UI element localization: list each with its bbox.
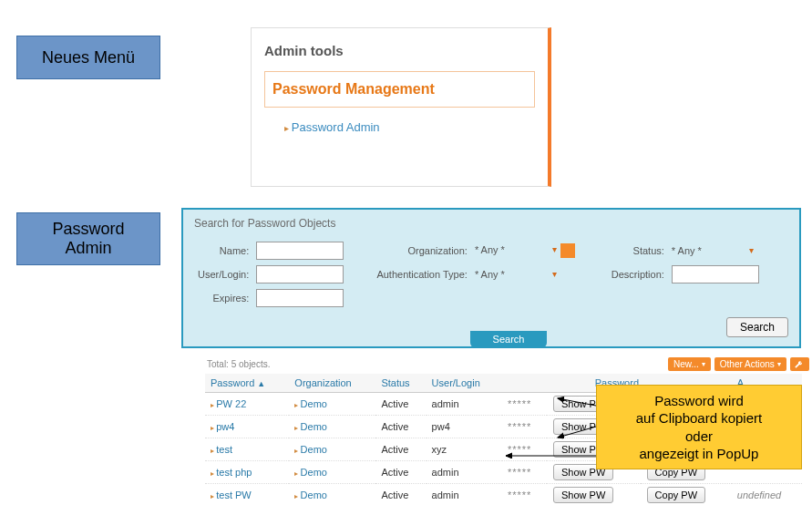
col-status[interactable]: Status <box>375 374 426 393</box>
name-input[interactable] <box>256 242 344 260</box>
admin-tools-heading: Admin tools <box>264 43 535 58</box>
org-tree-button[interactable] <box>560 243 575 258</box>
user-login-cell: xyz <box>427 438 502 461</box>
password-name-link[interactable]: PW 22 <box>205 393 289 416</box>
expires-input[interactable] <box>256 289 344 307</box>
other-actions-button[interactable]: Other Actions <box>714 357 786 371</box>
copy-pw-button[interactable]: Copy PW <box>647 487 705 503</box>
status-select[interactable]: * Any * <box>672 245 754 257</box>
user-login-cell: admin <box>427 393 502 416</box>
auth-type-label: Authentication Type: <box>373 263 470 286</box>
callout-note: Password wird auf Clipboard kopiert oder… <box>596 385 802 469</box>
name-label: Name: <box>194 239 252 263</box>
user-login-cell: admin <box>427 484 502 506</box>
status-label: Status: <box>608 239 668 263</box>
organization-link[interactable]: Demo <box>289 393 375 416</box>
col-user-login[interactable]: User/Login <box>427 374 502 393</box>
show-pw-button[interactable]: Show PW <box>553 487 613 503</box>
user-login-label: User/Login: <box>194 263 252 286</box>
search-button[interactable]: Search <box>726 317 788 337</box>
password-management-item[interactable]: Password Management <box>264 71 535 108</box>
tools-button[interactable] <box>790 357 809 371</box>
status-cell: Active <box>375 438 426 461</box>
annotation-password-admin: Password Admin <box>16 212 160 265</box>
search-form: Name: Organization: * Any * Status: * An… <box>194 239 788 310</box>
user-login-input[interactable] <box>256 265 344 283</box>
total-count: Total: 5 objects. <box>207 359 270 369</box>
new-button[interactable]: New... <box>668 357 711 371</box>
status-cell: Active <box>375 484 426 506</box>
annotation-neues-menu: Neues Menü <box>16 36 160 79</box>
table-row: test PWDemoActiveadmin*****Show PWCopy P… <box>205 484 802 506</box>
password-name-link[interactable]: test PW <box>205 484 289 506</box>
organization-select[interactable]: * Any * <box>475 244 557 256</box>
password-masked: ***** <box>502 438 547 461</box>
status-cell: Active <box>375 461 426 484</box>
password-name-link[interactable]: test <box>205 438 289 461</box>
wrench-icon <box>794 360 803 369</box>
organization-link[interactable]: Demo <box>289 416 375 438</box>
password-masked: ***** <box>502 416 547 438</box>
description-input[interactable] <box>672 265 759 283</box>
menu-panel: Admin tools Password Management Password… <box>251 27 551 187</box>
user-login-cell: pw4 <box>427 416 502 438</box>
organization-label: Organization: <box>373 239 470 263</box>
organization-link[interactable]: Demo <box>289 438 375 461</box>
col-password-name[interactable]: Password ▲ <box>205 374 289 393</box>
password-masked: ***** <box>502 393 547 416</box>
user-login-cell: admin <box>427 461 502 484</box>
action-toolbar: New... Other Actions <box>668 357 809 371</box>
search-panel-title: Search for Password Objects <box>194 217 788 230</box>
organization-link[interactable]: Demo <box>289 484 375 506</box>
status-cell: Active <box>375 393 426 416</box>
password-name-link[interactable]: test php <box>205 461 289 484</box>
search-tab[interactable]: Search <box>470 331 547 348</box>
expires-label: Expires: <box>194 286 252 310</box>
password-masked: ***** <box>502 461 547 484</box>
password-name-link[interactable]: pw4 <box>205 416 289 438</box>
description-label: Description: <box>608 263 668 286</box>
extra-cell: undefined <box>732 484 802 506</box>
search-panel: Search for Password Objects Name: Organi… <box>181 208 801 348</box>
password-admin-link[interactable]: Password Admin <box>284 120 535 134</box>
password-masked: ***** <box>502 484 547 506</box>
auth-type-select[interactable]: * Any * <box>475 269 557 281</box>
organization-link[interactable]: Demo <box>289 461 375 484</box>
status-cell: Active <box>375 416 426 438</box>
col-organization[interactable]: Organization <box>289 374 375 393</box>
